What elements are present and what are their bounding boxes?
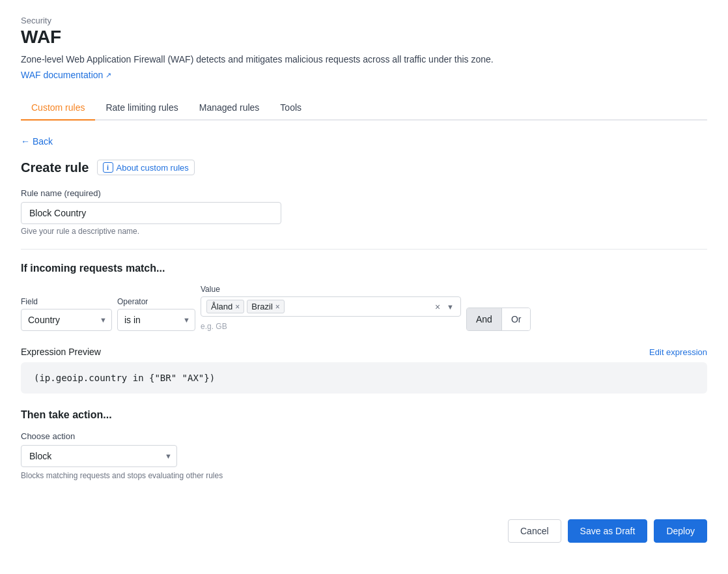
- external-link-icon: ↗: [105, 71, 111, 79]
- field-group: Field Country IP Address URI User Agent …: [21, 297, 112, 331]
- tab-managed-rules[interactable]: Managed rules: [189, 96, 270, 121]
- section-label: Security: [21, 16, 707, 25]
- page-description: Zone-level Web Application Firewall (WAF…: [21, 54, 707, 65]
- page-title: WAF: [21, 27, 707, 48]
- matching-heading: If incoming requests match...: [21, 263, 707, 274]
- expression-code: (ip.geoip.country in {"BR" "AX"}): [21, 362, 707, 394]
- operator-group: Operator is in is not in equals contains…: [117, 297, 195, 331]
- back-label: Back: [33, 136, 53, 147]
- deploy-button[interactable]: Deploy: [654, 519, 707, 543]
- value-dropdown-button[interactable]: ▼: [445, 303, 455, 311]
- doc-link[interactable]: WAF documentation ↗: [21, 70, 111, 80]
- rule-name-hint: Give your rule a descriptive name.: [21, 227, 707, 236]
- back-arrow-icon: ←: [21, 136, 30, 147]
- action-heading: Then take action...: [21, 409, 707, 421]
- tag-aland: Åland ×: [206, 300, 244, 313]
- content-area: ← Back Create rule i About custom rules …: [21, 121, 707, 543]
- fields-row: Field Country IP Address URI User Agent …: [21, 285, 707, 331]
- tag-brazil-label: Brazil: [251, 302, 273, 311]
- operator-label: Operator: [117, 297, 195, 306]
- tag-aland-remove-button[interactable]: ×: [235, 303, 240, 311]
- tabs-nav: Custom rules Rate limiting rules Managed…: [21, 96, 707, 121]
- action-section: Then take action... Choose action Block …: [21, 409, 707, 480]
- value-clear-button[interactable]: ×: [432, 302, 443, 312]
- action-select-wrapper: Block Allow Challenge Managed Challenge …: [21, 445, 177, 467]
- value-group: Value Åland × Brazil × × ▼ e.g. GB: [201, 285, 461, 331]
- about-custom-rules-link[interactable]: i About custom rules: [97, 160, 195, 175]
- rule-name-label: Rule name (required): [21, 188, 707, 198]
- or-button[interactable]: Or: [502, 308, 531, 330]
- create-rule-header: Create rule i About custom rules: [21, 160, 707, 175]
- divider: [21, 249, 707, 250]
- field-label: Field: [21, 297, 112, 306]
- tab-tools[interactable]: Tools: [270, 96, 312, 121]
- choose-action-group: Choose action Block Allow Challenge Mana…: [21, 431, 707, 480]
- about-custom-rules-label: About custom rules: [117, 163, 189, 173]
- field-select-wrapper: Country IP Address URI User Agent ▼: [21, 309, 112, 331]
- tag-brazil-remove-button[interactable]: ×: [275, 303, 280, 311]
- footer-buttons: Cancel Save as Draft Deploy: [21, 506, 707, 543]
- rule-name-input[interactable]: [21, 202, 281, 224]
- tab-rate-limiting-rules[interactable]: Rate limiting rules: [95, 96, 188, 121]
- cancel-button[interactable]: Cancel: [508, 519, 561, 543]
- expression-preview: Expression Preview Edit expression (ip.g…: [21, 347, 707, 394]
- and-button[interactable]: And: [467, 308, 502, 330]
- field-select[interactable]: Country IP Address URI User Agent: [21, 309, 112, 331]
- value-hint: e.g. GB: [201, 322, 461, 331]
- value-input-container[interactable]: Åland × Brazil × × ▼: [201, 296, 461, 317]
- operator-select-wrapper: is in is not in equals contains ▼: [117, 309, 195, 331]
- save-draft-button[interactable]: Save as Draft: [568, 519, 648, 543]
- rule-name-group: Rule name (required) Give your rule a de…: [21, 188, 707, 236]
- tag-aland-label: Åland: [211, 302, 232, 311]
- choose-action-label: Choose action: [21, 431, 707, 441]
- action-hint: Blocks matching requests and stops evalu…: [21, 471, 707, 480]
- matching-section: If incoming requests match... Field Coun…: [21, 263, 707, 331]
- about-info-icon: i: [103, 162, 113, 173]
- tag-brazil: Brazil ×: [247, 300, 285, 313]
- create-rule-title: Create rule: [21, 160, 89, 175]
- and-or-group: And Or: [466, 308, 531, 331]
- expression-header: Expression Preview Edit expression: [21, 347, 707, 357]
- action-select[interactable]: Block Allow Challenge Managed Challenge …: [21, 445, 177, 467]
- edit-expression-link[interactable]: Edit expression: [649, 347, 707, 357]
- value-label: Value: [201, 285, 461, 294]
- expression-title: Expression Preview: [21, 347, 101, 357]
- tab-custom-rules[interactable]: Custom rules: [21, 96, 95, 121]
- operator-select[interactable]: is in is not in equals contains: [117, 309, 195, 331]
- doc-link-text: WAF documentation: [21, 70, 103, 80]
- back-link[interactable]: ← Back: [21, 136, 53, 147]
